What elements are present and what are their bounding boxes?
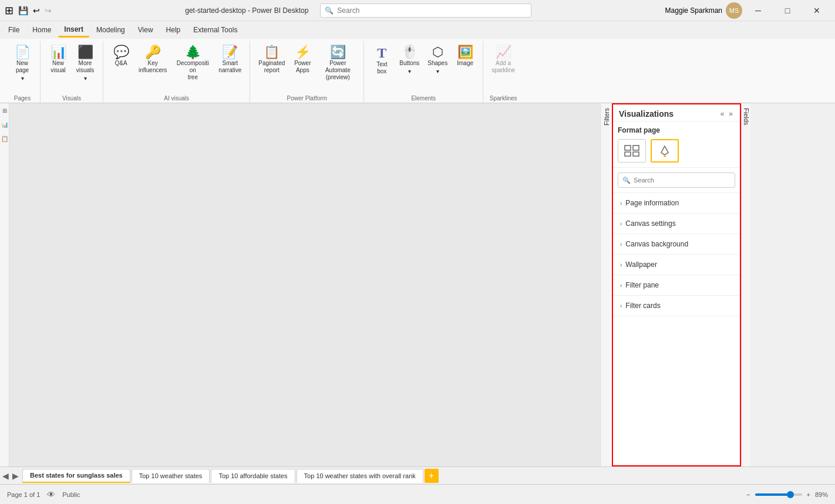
ribbon-group-visuals: 📊 Newvisual ⬛ Morevisuals ▾ Visuals [41, 41, 103, 103]
zoom-in-icon[interactable]: + [807, 491, 810, 498]
ribbon-group-ai-visuals: 💬 Q&A 🔑 Keyinfluencers 🌲 Decompositiontr… [103, 41, 250, 103]
chevron-icon: › [620, 282, 622, 289]
minimize-button[interactable]: ─ [745, 0, 772, 21]
key-influencers-button[interactable]: 🔑 Keyinfluencers [135, 43, 170, 76]
ribbon-group-sparklines-label: Sparklines [488, 93, 518, 103]
accordion-filter-cards[interactable]: › Filter cards [613, 296, 740, 316]
image-button[interactable]: 🖼️ Image [452, 43, 478, 69]
chevron-icon: › [620, 241, 622, 248]
tabs-nav-left[interactable]: ◀ [2, 471, 9, 481]
add-sparkline-button[interactable]: 📈 Add asparkline [488, 43, 518, 76]
accordion-wallpaper[interactable]: › Wallpaper [613, 255, 740, 275]
search-icon: 🔍 [325, 6, 334, 15]
visibility-label: Public [62, 491, 80, 498]
accordion-canvas-settings[interactable]: › Canvas settings [613, 214, 740, 234]
qa-button[interactable]: 💬 Q&A [108, 43, 134, 69]
accordion-canvas-background[interactable]: › Canvas background [613, 234, 740, 255]
ribbon-group-ai-label: AI visuals [108, 93, 245, 103]
page-indicator: Page 1 of 1 [7, 491, 40, 498]
smart-narrative-button[interactable]: 📝 Smartnarrative [215, 43, 245, 76]
status-left: Page 1 of 1 👁 Public [7, 490, 80, 499]
left-icon-data[interactable]: 📋 [0, 131, 9, 146]
user-name: Maggie Sparkman [665, 6, 722, 15]
buttons-icon: 🖱️ [402, 46, 418, 59]
more-visuals-button[interactable]: ⬛ Morevisuals ▾ [72, 43, 98, 84]
tab-0[interactable]: Best states for sunglass sales [22, 469, 130, 483]
shapes-button[interactable]: ⬡ Shapes ▾ [424, 43, 451, 77]
viz-search-icon: 🔍 [622, 177, 631, 184]
canvas-area: What are the best states for sunglass sa… [9, 103, 600, 466]
window-title: get-started-desktop - Power BI Desktop [185, 6, 308, 15]
user-info: Maggie Sparkman MS [665, 2, 742, 19]
power-apps-button[interactable]: ⚡ PowerApps [289, 43, 315, 76]
text-box-button[interactable]: T Textbox [369, 43, 395, 77]
power-automate-icon: 🔄 [330, 46, 346, 59]
viz-search-section: 🔍 [613, 168, 740, 193]
new-visual-button[interactable]: 📊 Newvisual [45, 43, 71, 76]
search-input[interactable] [320, 4, 531, 18]
close-button[interactable]: ✕ [803, 0, 830, 21]
accordion-page-info[interactable]: › Page information [613, 193, 740, 214]
accordion-filter-pane[interactable]: › Filter pane [613, 275, 740, 296]
avatar: MS [726, 2, 742, 19]
title-bar: ⊞ 💾 ↩ ↪ get-started-desktop - Power BI D… [0, 0, 835, 21]
menu-external-tools[interactable]: External Tools [187, 23, 243, 36]
menu-file[interactable]: File [2, 23, 25, 36]
chevron-icon: › [620, 221, 622, 227]
new-page-button[interactable]: 📄 Newpage ▾ [9, 43, 35, 84]
zoom-level: 89% [815, 491, 828, 498]
ribbon-group-elements: T Textbox 🖱️ Buttons ▾ ⬡ Shapes ▾ 🖼️ Ima… [364, 41, 483, 103]
ribbon-group-power-platform: 📋 Paginatedreport ⚡ PowerApps 🔄 Power Au… [250, 41, 364, 103]
text-box-icon: T [377, 46, 386, 60]
right-panels: Filters Visualizations « » Format page [600, 103, 835, 466]
app-icon: ⊞ [5, 4, 14, 17]
format-grid-icon[interactable] [618, 139, 646, 163]
left-icon-viz[interactable]: 📊 [0, 117, 9, 131]
add-tab-button[interactable]: + [425, 469, 439, 483]
status-bar: Page 1 of 1 👁 Public − + 89% [0, 484, 835, 504]
tabs-nav-right[interactable]: ▶ [12, 471, 19, 481]
visibility-icon[interactable]: 👁 [47, 490, 55, 499]
tab-1[interactable]: Top 10 weather states [132, 469, 210, 483]
maximize-button[interactable]: □ [774, 0, 801, 21]
svg-point-42 [664, 155, 666, 157]
accordion-label: Page information [625, 199, 679, 207]
qa-icon: 💬 [113, 46, 129, 59]
menu-view[interactable]: View [132, 23, 159, 36]
accordion-label: Filter pane [625, 281, 659, 289]
viz-collapse-button[interactable]: « [719, 110, 726, 118]
power-automate-button[interactable]: 🔄 Power Automate(preview) [317, 43, 359, 83]
quick-access-save[interactable]: 💾 [18, 6, 28, 15]
viz-panel: Visualizations « » Format page [612, 103, 741, 466]
filters-panel: Filters [600, 103, 612, 466]
key-influencers-icon: 🔑 [145, 46, 161, 59]
viz-search-input[interactable] [618, 172, 735, 188]
tab-2[interactable]: Top 10 affordable states [211, 469, 295, 483]
ribbon-group-pages: 📄 Newpage ▾ Pages [5, 41, 41, 103]
filters-label[interactable]: Filters [603, 108, 610, 126]
format-paint-icon[interactable] [651, 139, 679, 163]
menu-modeling[interactable]: Modeling [90, 23, 131, 36]
svg-rect-38 [633, 146, 639, 150]
quick-access-undo[interactable]: ↩ [33, 6, 40, 15]
menu-insert[interactable]: Insert [58, 23, 89, 38]
format-page-section: Format page [613, 121, 740, 168]
decomp-tree-button[interactable]: 🌲 Decompositiontree [171, 43, 214, 83]
zoom-out-icon[interactable]: − [746, 491, 750, 498]
quick-access-redo[interactable]: ↪ [45, 6, 52, 15]
chevron-icon: › [620, 303, 622, 309]
left-icon-pages[interactable]: ⊞ [0, 103, 9, 117]
menu-help[interactable]: Help [160, 23, 187, 36]
buttons-button[interactable]: 🖱️ Buttons ▾ [396, 43, 423, 77]
tab-3[interactable]: Top 10 weather states with overall rank [297, 469, 423, 483]
menu-home[interactable]: Home [26, 23, 57, 36]
new-page-icon: 📄 [15, 46, 31, 59]
more-visuals-icon: ⬛ [78, 46, 93, 59]
accordion-section: › Page information › Canvas settings › C… [613, 193, 740, 316]
fields-label[interactable]: Fields [743, 108, 750, 125]
shapes-icon: ⬡ [432, 46, 443, 59]
viz-panel-title: Visualizations [619, 109, 674, 119]
viz-expand-button[interactable]: » [728, 110, 734, 118]
paginated-report-button[interactable]: 📋 Paginatedreport [255, 43, 288, 76]
zoom-slider[interactable] [755, 493, 802, 496]
